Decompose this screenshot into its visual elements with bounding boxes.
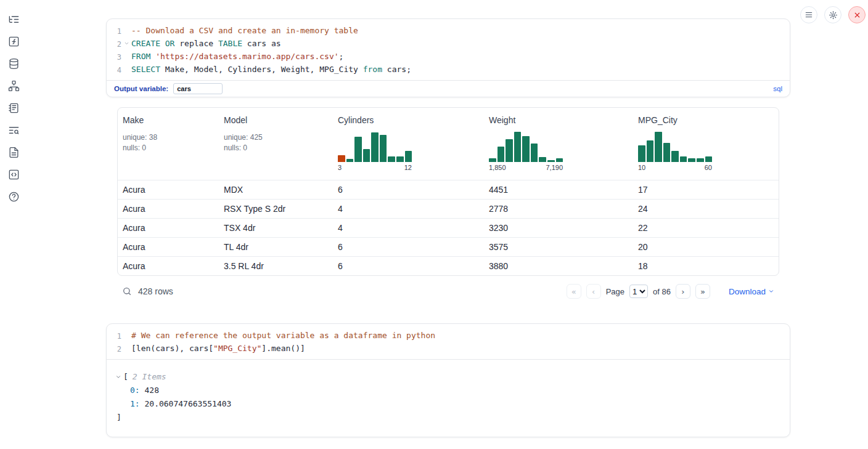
- code-line[interactable]: 1-- Download a CSV and create an in-memo…: [107, 25, 790, 38]
- code-line[interactable]: 1# We can reference the output variable …: [107, 330, 790, 342]
- table-cell: 3880: [484, 257, 633, 275]
- page-label: Page: [606, 287, 624, 296]
- column-header-weight[interactable]: Weight1,8507,190: [484, 113, 633, 174]
- table-row[interactable]: AcuraTSX 4dr4323022: [118, 218, 779, 237]
- last-page-button[interactable]: »: [695, 284, 710, 299]
- items-count-label: 2 Items: [133, 370, 166, 384]
- table-cell: TL 4dr: [219, 238, 333, 256]
- table-cell: 4: [333, 200, 484, 218]
- file-tree-icon[interactable]: [7, 12, 20, 26]
- sidebar: [0, 0, 27, 449]
- code-text: CREATE OR replace TABLE cars as: [131, 38, 281, 50]
- gear-icon: [829, 10, 838, 20]
- python-cell: 1# We can reference the output variable …: [106, 323, 790, 437]
- histogram-bar: [380, 135, 387, 162]
- column-histogram: 1060: [638, 130, 712, 171]
- table-row[interactable]: AcuraMDX6445117: [118, 180, 779, 199]
- code-text: -- Download a CSV and create an in-memor…: [131, 25, 358, 37]
- histogram-bar: [371, 132, 379, 162]
- histogram-bar: [363, 149, 371, 162]
- column-name: MPG_City: [638, 115, 774, 125]
- histogram-bar: [388, 156, 395, 162]
- close-icon: [853, 11, 861, 19]
- page-select[interactable]: 1: [629, 285, 648, 298]
- sql-code-editor[interactable]: 1-- Download a CSV and create an in-memo…: [107, 19, 790, 80]
- column-name: Cylinders: [338, 115, 479, 125]
- help-icon[interactable]: [7, 190, 20, 203]
- collapse-chevron-icon[interactable]: [115, 374, 121, 380]
- document-icon[interactable]: [7, 145, 20, 159]
- table-cell: 18: [633, 257, 779, 275]
- table-cell: 3575: [484, 238, 633, 256]
- output-list-item: 1: 20.060747663551403: [115, 397, 781, 411]
- code-line[interactable]: 4SELECT Make, Model, Cylinders, Weight, …: [107, 63, 790, 76]
- menu-icon: [805, 10, 813, 19]
- column-header-cylinders[interactable]: Cylinders312: [333, 113, 484, 174]
- histogram-bar: [680, 156, 687, 162]
- column-histogram: 312: [338, 130, 412, 171]
- table-output: Makeunique: 38nulls: 0Modelunique: 425nu…: [106, 107, 790, 302]
- histogram-bar: [497, 147, 505, 162]
- fold-chevron-icon[interactable]: [121, 38, 131, 46]
- prev-page-button[interactable]: ‹: [586, 284, 601, 299]
- first-page-button[interactable]: «: [567, 284, 581, 299]
- histogram-bar: [346, 159, 354, 162]
- line-number: 2: [107, 38, 121, 51]
- fold-chevron-icon: [121, 51, 131, 54]
- download-label: Download: [729, 287, 766, 296]
- column-header-make[interactable]: Makeunique: 38nulls: 0: [118, 113, 219, 174]
- next-page-button[interactable]: ›: [676, 284, 690, 299]
- table-cell: 6: [333, 180, 484, 199]
- table-row[interactable]: Acura3.5 RL 4dr6388018: [118, 256, 779, 275]
- column-header-model[interactable]: Modelunique: 425nulls: 0: [219, 113, 333, 174]
- function-icon[interactable]: [7, 34, 20, 48]
- close-button[interactable]: [848, 6, 866, 23]
- histogram-bar: [547, 160, 555, 162]
- histogram-bar: [531, 144, 538, 162]
- output-variable-input[interactable]: [173, 83, 223, 94]
- histogram-bar: [556, 158, 563, 162]
- histogram-bar: [506, 139, 513, 162]
- histogram-bar: [354, 137, 362, 162]
- histogram-bar: [522, 136, 530, 162]
- histogram-bar: [514, 132, 522, 162]
- column-header-mpg_city[interactable]: MPG_City1060: [633, 113, 779, 174]
- table-cell: 3230: [484, 219, 633, 237]
- table-cell: Acura: [118, 219, 219, 237]
- open-bracket: [: [123, 370, 128, 384]
- download-button[interactable]: Download: [729, 287, 774, 296]
- menu-button[interactable]: [800, 6, 817, 23]
- table-row[interactable]: AcuraTL 4dr6357520: [118, 237, 779, 256]
- table-row[interactable]: AcuraRSX Type S 2dr4277824: [118, 199, 779, 218]
- table-cell: 20: [633, 238, 779, 256]
- histogram-bar: [671, 151, 679, 162]
- python-code-editor[interactable]: 1# We can reference the output variable …: [107, 324, 790, 359]
- database-icon[interactable]: [7, 57, 20, 70]
- table-footer: 428 rows « ‹ Page 1 of 86 › » Download: [117, 284, 779, 302]
- page-of-label: of 86: [653, 287, 671, 296]
- histogram-bar: [396, 156, 404, 162]
- code-line[interactable]: 3FROM 'https://datasets.marimo.app/cars.…: [107, 51, 790, 63]
- table-cell: 17: [633, 180, 779, 199]
- output-variable-label: Output variable:: [114, 85, 168, 92]
- column-name: Make: [123, 115, 214, 125]
- dependency-graph-icon[interactable]: [7, 79, 20, 92]
- code-line[interactable]: 2[len(cars), cars["MPG_City"].mean()]: [107, 342, 790, 355]
- search-icon[interactable]: [122, 286, 132, 296]
- text-search-icon[interactable]: [7, 123, 20, 137]
- histogram-bar: [405, 151, 412, 162]
- settings-button[interactable]: [824, 6, 841, 23]
- histogram-bar: [688, 158, 695, 162]
- table-cell: 2778: [484, 200, 633, 218]
- notebook-icon[interactable]: [7, 101, 20, 115]
- close-bracket: ]: [115, 411, 781, 424]
- histogram-axis: 1,8507,190: [489, 164, 563, 171]
- table-cell: MDX: [219, 180, 333, 199]
- column-histogram: 1,8507,190: [489, 130, 563, 171]
- column-stats: unique: 425nulls: 0: [224, 132, 328, 153]
- sql-cell: 1-- Download a CSV and create an in-memo…: [106, 18, 790, 97]
- table-cell: 4451: [484, 180, 633, 199]
- sql-cell-footer: Output variable: sql: [107, 80, 790, 97]
- code-block-icon[interactable]: [7, 168, 20, 181]
- code-line[interactable]: 2CREATE OR replace TABLE cars as: [107, 38, 790, 51]
